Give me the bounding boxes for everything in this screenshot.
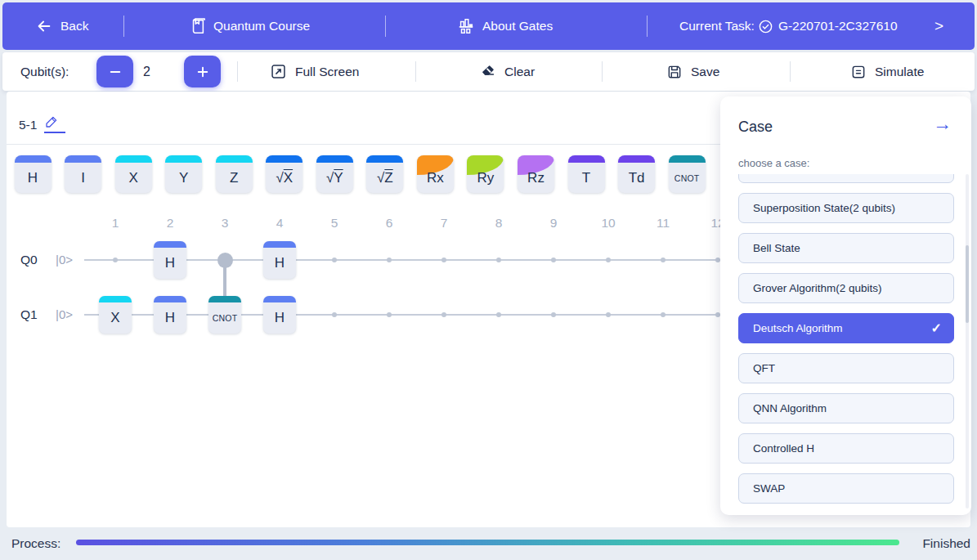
case-item[interactable]: [738, 174, 954, 183]
case-item[interactable]: QNN Algorithm: [738, 393, 954, 423]
gate-color-bar: [263, 296, 296, 302]
palette-gate-H[interactable]: H: [15, 155, 52, 193]
wire-slot-dot[interactable]: [387, 258, 392, 262]
case-list-scrollbar-thumb[interactable]: [966, 245, 969, 323]
simulate-icon: [850, 64, 867, 80]
wire-slot-dot[interactable]: [113, 258, 118, 262]
wire-slot-dot[interactable]: [496, 258, 501, 262]
column-number: 11: [647, 216, 679, 231]
palette-gate-Y[interactable]: Y: [165, 155, 202, 193]
qubit-initial-state: |0>: [56, 307, 73, 321]
palette-gate-Ry[interactable]: Ry: [467, 155, 504, 193]
toolbar-separator: [602, 61, 603, 82]
palette-gate-Rx[interactable]: Rx: [417, 155, 454, 193]
wire-slot-dot[interactable]: [551, 258, 556, 262]
wire-slot-dot[interactable]: [441, 312, 446, 317]
palette-gate-X[interactable]: X: [115, 155, 152, 193]
qubit-decrement-button[interactable]: [96, 56, 133, 87]
toolbar-separator: [237, 61, 238, 82]
case-item[interactable]: Bell State: [738, 233, 954, 263]
gate-label: Ry: [467, 163, 504, 193]
circuit-gate-H[interactable]: H: [263, 241, 296, 279]
gate-label: √Y: [316, 163, 353, 193]
circuit-gate-H[interactable]: H: [154, 296, 186, 334]
check-circle-icon: [758, 19, 773, 34]
gate-label: Rz: [518, 163, 554, 193]
save-button[interactable]: Save: [666, 52, 719, 91]
gate-label: CNOT: [208, 302, 241, 334]
gate-label: H: [154, 302, 186, 334]
fullscreen-icon: [270, 63, 287, 80]
wire-slot-dot[interactable]: [441, 258, 446, 262]
wire-slot-dot[interactable]: [496, 312, 501, 317]
palette-gate-I[interactable]: I: [65, 155, 101, 193]
palette-gate-Td[interactable]: Td: [618, 155, 655, 193]
quantum-course-button[interactable]: Quantum Course: [190, 2, 310, 50]
gate-label: H: [154, 248, 186, 279]
wire-slot-dot[interactable]: [332, 312, 337, 317]
gate-color-bar: [99, 296, 132, 302]
process-label: Process:: [11, 536, 61, 551]
case-panel-subtitle: choose a case:: [738, 157, 809, 169]
wire-slot-dot[interactable]: [332, 258, 337, 262]
gate-label: Y: [165, 163, 202, 193]
column-number: 7: [428, 216, 460, 231]
wire-slot-dot[interactable]: [661, 312, 666, 317]
clear-button[interactable]: Clear: [479, 52, 535, 91]
palette-gate-√Z[interactable]: √Z: [366, 155, 403, 193]
case-item-label: Controlled H: [753, 442, 814, 455]
column-number: 3: [208, 216, 241, 231]
qubit-increment-button[interactable]: [184, 56, 221, 87]
header-divider: [385, 16, 386, 37]
palette-gate-Rz[interactable]: Rz: [518, 155, 554, 193]
palette-gate-CNOT[interactable]: CNOT: [669, 155, 706, 193]
wire-slot-dot[interactable]: [661, 258, 666, 262]
case-item[interactable]: Grover Algorithm(2 qubits): [738, 273, 954, 303]
edit-title-button[interactable]: [44, 114, 65, 133]
gate-color-bar: [216, 155, 253, 163]
wire-slot-dot[interactable]: [606, 312, 611, 317]
gate-color-bar: [263, 241, 296, 248]
case-item-label: Deutsch Algorithm: [753, 322, 843, 334]
column-number: 5: [318, 216, 351, 231]
case-item[interactable]: Controlled H: [738, 433, 954, 464]
case-item[interactable]: Superposition State(2 qubits): [738, 193, 954, 223]
wire-slot-dot[interactable]: [606, 258, 611, 262]
fullscreen-button[interactable]: Full Screen: [270, 52, 359, 91]
circuit-gate-X[interactable]: X: [99, 296, 132, 334]
case-panel-collapse-arrow[interactable]: →: [933, 113, 952, 135]
current-task[interactable]: Current Task: G-220701-2C327610: [679, 2, 898, 50]
task-expand-chevron[interactable]: >: [934, 2, 943, 50]
about-gates-button[interactable]: About Gates: [457, 2, 553, 50]
gate-label: X: [115, 163, 152, 193]
save-label: Save: [691, 65, 719, 79]
gate-color-bar: [366, 155, 403, 163]
toolbar: Qubit(s): 2 Full Screen Clear Save Simul…: [2, 52, 975, 91]
case-item[interactable]: QFT: [738, 353, 954, 383]
palette-gate-√X[interactable]: √X: [266, 155, 303, 193]
save-icon: [666, 64, 683, 80]
circuit-title: 5-1: [19, 118, 37, 132]
circuit-gate-H[interactable]: H: [263, 296, 296, 334]
case-item-label: Bell State: [753, 242, 800, 254]
fullscreen-label: Full Screen: [295, 65, 359, 79]
case-list-scrollbar-track: [966, 174, 969, 508]
gate-label: H: [15, 163, 52, 193]
case-item-selected[interactable]: Deutsch Algorithm✓: [738, 313, 954, 343]
palette-gate-Z[interactable]: Z: [216, 155, 253, 193]
gate-color-bar: [266, 155, 303, 163]
circuit-gate-H[interactable]: H: [154, 241, 186, 279]
quantum-course-label: Quantum Course: [213, 19, 310, 34]
gate-color-bar: [154, 241, 186, 248]
wire-slot-dot[interactable]: [551, 312, 556, 317]
circuit-gate-CNOT[interactable]: CNOT: [208, 296, 241, 334]
wire-slot-dot[interactable]: [387, 312, 392, 317]
control-qubit-dot[interactable]: [217, 253, 233, 268]
gate-label: H: [263, 248, 296, 279]
back-button[interactable]: Back: [35, 2, 88, 50]
simulate-button[interactable]: Simulate: [850, 52, 924, 91]
gate-color-bar: [208, 296, 241, 302]
palette-gate-√Y[interactable]: √Y: [316, 155, 353, 193]
case-item[interactable]: SWAP: [738, 473, 954, 504]
palette-gate-T[interactable]: T: [568, 155, 605, 193]
